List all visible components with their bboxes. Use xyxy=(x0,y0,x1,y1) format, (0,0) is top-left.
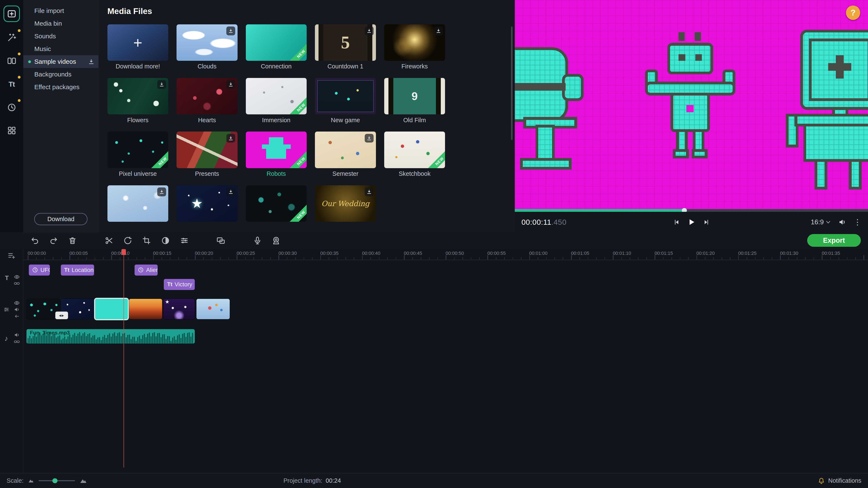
media-thumbnail-clouds[interactable] xyxy=(177,24,237,61)
scale-slider[interactable] xyxy=(38,480,75,481)
split-button[interactable] xyxy=(103,235,115,246)
download-samples-icon[interactable] xyxy=(88,59,94,65)
audio-clip[interactable]: Fun_Times.mp3 xyxy=(27,329,195,344)
video-clip-balloons[interactable] xyxy=(196,299,230,319)
title-track-visibility-toggle[interactable] xyxy=(14,274,20,280)
media-tile[interactable]: Clouds xyxy=(177,24,237,71)
next-frame-button[interactable] xyxy=(703,219,710,226)
sidebar-item-sounds[interactable]: Sounds xyxy=(23,30,98,42)
video-track-properties-icon[interactable] xyxy=(3,306,9,313)
media-tile[interactable]: NEWPixel universe xyxy=(107,132,168,178)
undo-button[interactable] xyxy=(29,235,40,246)
media-thumbnail-stars[interactable]: ★ xyxy=(177,185,237,222)
video-track-visibility-toggle[interactable] xyxy=(14,300,20,306)
redo-button[interactable] xyxy=(48,235,59,246)
media-tile[interactable]: +Download more! xyxy=(107,24,168,71)
sidebar-item-file-import[interactable]: File import xyxy=(23,4,98,17)
media-thumbnail-semester[interactable] xyxy=(315,132,376,168)
more-options-button[interactable]: ⋮ xyxy=(854,218,862,227)
notifications-button[interactable]: Notifications xyxy=(818,477,862,484)
aspect-ratio-select[interactable]: 16:9 xyxy=(811,218,831,226)
rail-item-more-tools[interactable] xyxy=(4,123,19,138)
transition-handle[interactable]: ◂▸ xyxy=(55,312,68,319)
download-badge[interactable] xyxy=(226,27,235,35)
media-tile[interactable]: NEW xyxy=(246,185,307,232)
media-tile[interactable]: 9Old Film xyxy=(384,78,445,124)
help-button[interactable]: ? xyxy=(846,5,860,20)
title-clip-victory[interactable]: TtVictory xyxy=(164,279,195,290)
scale-slider-knob[interactable] xyxy=(53,478,58,483)
media-tile[interactable]: Our Wedding xyxy=(315,185,376,232)
media-tile[interactable]: ★ xyxy=(177,185,237,232)
rotate-button[interactable] xyxy=(122,235,133,246)
sidebar-item-media-bin[interactable]: Media bin xyxy=(23,17,98,30)
title-clip-alien[interactable]: Alien xyxy=(134,265,158,275)
rail-item-media-import[interactable] xyxy=(3,5,20,22)
media-thumbnail-oldfilm[interactable]: 9 xyxy=(384,78,445,115)
delete-button[interactable] xyxy=(67,235,78,246)
title-clip-location[interactable]: TtLocation xyxy=(61,265,94,275)
media-tile[interactable]: NEWSketchbook xyxy=(384,132,445,178)
media-tile[interactable]: NEWImmersion xyxy=(246,78,307,124)
sidebar-item-backgrounds[interactable]: Backgrounds xyxy=(23,68,98,81)
media-thumbnail-snow[interactable] xyxy=(107,185,168,222)
volume-button[interactable] xyxy=(838,218,846,226)
media-thumbnail-connection[interactable]: NEW xyxy=(246,24,307,61)
rail-item-effects[interactable] xyxy=(4,100,19,115)
media-thumbnail-hearts[interactable] xyxy=(177,78,237,115)
video-clip-pixel-universe[interactable] xyxy=(27,299,60,319)
media-thumbnail-fireworks[interactable] xyxy=(384,24,445,61)
download-badge[interactable] xyxy=(226,80,235,89)
media-tile[interactable]: NEWRobots xyxy=(246,132,307,178)
media-scrollbar[interactable] xyxy=(511,27,513,140)
media-thumbnail-flowers[interactable] xyxy=(107,78,168,115)
download-badge[interactable] xyxy=(157,80,166,89)
media-thumbnail-wedding[interactable]: Our Wedding xyxy=(315,185,376,222)
record-webcam-button[interactable] xyxy=(271,235,282,246)
media-tile[interactable]: Hearts xyxy=(177,78,237,124)
media-tile[interactable]: Presents xyxy=(177,132,237,178)
media-tile[interactable] xyxy=(107,185,168,232)
crop-button[interactable] xyxy=(141,235,152,246)
video-clip-concert[interactable]: ★ xyxy=(163,299,195,319)
download-badge[interactable] xyxy=(226,188,235,196)
download-badge[interactable] xyxy=(157,188,166,196)
title-clip-ufc[interactable]: UFC xyxy=(29,265,50,275)
download-badge[interactable] xyxy=(434,27,443,35)
media-thumbnail-bokeh[interactable]: NEW xyxy=(246,185,307,222)
media-thumbnail-presents[interactable] xyxy=(177,132,237,168)
media-thumbnail-newgame[interactable] xyxy=(315,78,376,115)
color-adjustments-button[interactable] xyxy=(160,235,171,246)
record-audio-button[interactable] xyxy=(252,235,263,246)
playhead[interactable] xyxy=(124,249,124,468)
previous-frame-button[interactable] xyxy=(673,219,680,226)
media-thumbnail-immersion[interactable]: NEW xyxy=(246,78,307,115)
video-track-mute-toggle[interactable] xyxy=(14,306,20,313)
video-track-return-icon[interactable] xyxy=(14,313,20,319)
media-tile[interactable]: New game xyxy=(315,78,376,124)
export-button[interactable]: Export xyxy=(807,234,861,247)
zoom-out-icon[interactable] xyxy=(28,478,34,484)
sidebar-item-music[interactable]: Music xyxy=(23,42,98,55)
media-thumbnail-downloadmore[interactable]: + xyxy=(107,24,168,61)
media-thumbnail-countdown[interactable]: 5 xyxy=(315,24,376,61)
download-badge[interactable] xyxy=(365,134,374,143)
media-thumbnail-pixeluniverse[interactable]: NEW xyxy=(107,132,168,168)
clip-properties-button[interactable] xyxy=(179,235,190,246)
add-track-button[interactable] xyxy=(7,251,16,260)
audio-track-mute-toggle[interactable] xyxy=(14,332,20,338)
rail-item-titles[interactable]: Tt xyxy=(4,76,19,92)
zoom-in-icon[interactable] xyxy=(80,477,87,485)
download-badge[interactable] xyxy=(365,27,374,35)
media-tile[interactable]: NEWConnection xyxy=(246,24,307,71)
play-button[interactable] xyxy=(687,218,695,226)
media-tile[interactable]: Fireworks xyxy=(384,24,445,71)
download-button[interactable]: Download xyxy=(34,213,88,225)
video-clip-robots[interactable] xyxy=(95,299,128,319)
media-thumbnail-robots[interactable]: NEW xyxy=(246,132,307,168)
rail-item-filters[interactable] xyxy=(4,30,19,45)
media-tile[interactable]: 5Countdown 1 xyxy=(315,24,376,71)
video-clip-sunset[interactable] xyxy=(129,299,162,319)
title-track-link-toggle[interactable] xyxy=(14,281,20,287)
audio-track-link-toggle[interactable] xyxy=(14,339,20,345)
